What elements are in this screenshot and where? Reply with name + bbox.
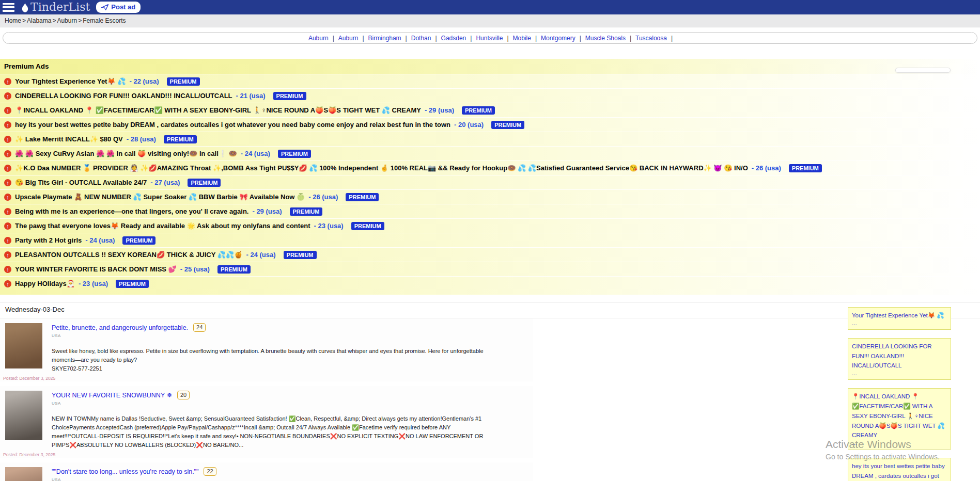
premium-ad-title: hey its your best wettes petite baby DRE… bbox=[15, 121, 450, 129]
premium-ad-row[interactable]: ↑ 🌺 🌺 Sexy CuRvy Asian 🌺 🌺 in call 🍑 vis… bbox=[0, 146, 980, 161]
site-title: TinderList bbox=[30, 2, 90, 13]
city-separator: | bbox=[435, 35, 437, 42]
city-link[interactable]: Huntsville bbox=[476, 35, 503, 42]
listing-title-link[interactable]: ""Don't stare too long... unless you're … bbox=[52, 468, 198, 475]
premium-ad-row[interactable]: ↑ Being with me is an experience—one tha… bbox=[0, 204, 980, 218]
sidebar-ad-title: CINDERELLA LOOKING FOR FUN!!! OAKLAND!!!… bbox=[852, 343, 932, 369]
listing-title-link[interactable]: Petite, brunette, and dangerously unforg… bbox=[52, 324, 188, 331]
premium-ad-row[interactable]: ↑ 📍INCALL OAKLAND 📍 ✅FACETIME/CAR✅ WITH … bbox=[0, 103, 980, 117]
top-bar: TinderList Post ad bbox=[0, 0, 980, 14]
city-separator: | bbox=[362, 35, 364, 42]
listing-thumbnail[interactable] bbox=[5, 391, 42, 440]
up-arrow-circle-icon: ↑ bbox=[4, 208, 11, 215]
site-logo[interactable]: TinderList bbox=[21, 2, 90, 13]
premium-ad-row[interactable]: ↑ hey its your best wettes petite baby D… bbox=[0, 117, 980, 132]
premium-ad-title: Your Tightest Experience Yet🦊 💦 bbox=[15, 77, 126, 85]
city-link[interactable]: Auburn bbox=[338, 35, 359, 42]
breadcrumb-separator: > bbox=[22, 17, 26, 24]
sidebar-ad-box[interactable]: hey its your best wettes petite baby DRE… bbox=[848, 458, 951, 481]
up-arrow-circle-icon: ↑ bbox=[4, 165, 11, 172]
premium-ad-age: - 29 (usa) bbox=[425, 106, 454, 114]
premium-ad-title: Party with 2 Hot girls bbox=[15, 236, 82, 244]
sidebar-ad-box[interactable]: 📍INCALL OAKLAND 📍 ✅FACETIME/CAR✅ WITH A … bbox=[848, 388, 951, 450]
city-separator: | bbox=[630, 35, 631, 42]
premium-badge: PREMIUM bbox=[116, 280, 149, 288]
listing-title-link[interactable]: YOUR NEW FAVORITE SNOWBUNNY ❄ bbox=[52, 391, 172, 399]
premium-ad-title: CINDERELLA LOOKING FOR FUN!!! OAKLAND!!!… bbox=[15, 92, 232, 100]
premium-ad-row[interactable]: ↑ Happy HOlidays🎅 - 23 (usa) PREMIUM bbox=[0, 276, 980, 291]
premium-ad-title: The pawg that everyone loves🦊 Ready and … bbox=[15, 222, 310, 230]
up-arrow-circle-icon: ↑ bbox=[4, 179, 11, 186]
city-separator: | bbox=[580, 35, 581, 42]
city-link[interactable]: Muscle Shoals bbox=[585, 35, 626, 42]
listing-country: USA bbox=[52, 401, 485, 406]
listing-age-badge: 20 bbox=[177, 391, 190, 399]
listing-country: USA bbox=[52, 477, 485, 481]
premium-ads-list: ↑ Your Tightest Experience Yet🦊 💦 - 22 (… bbox=[0, 74, 980, 291]
listings-section: Wednesday-03-Dec Petite, brunette, and d… bbox=[0, 302, 980, 481]
premium-ad-age: - 24 (usa) bbox=[246, 251, 275, 259]
sidebar-ad-title: 📍INCALL OAKLAND 📍 ✅FACETIME/CAR✅ WITH A … bbox=[852, 393, 945, 438]
premium-badge: PREMIUM bbox=[789, 164, 822, 172]
premium-badge: PREMIUM bbox=[284, 251, 317, 259]
city-link[interactable]: Montgomery bbox=[541, 35, 575, 42]
listing-thumbnail[interactable] bbox=[5, 323, 42, 368]
premium-ad-age: - 23 (usa) bbox=[79, 280, 108, 287]
listing-row: ""Don't stare too long... unless you're … bbox=[0, 462, 533, 481]
city-separator: | bbox=[535, 35, 537, 42]
premium-badge: PREMIUM bbox=[462, 106, 495, 115]
breadcrumb-item[interactable]: Alabama bbox=[27, 17, 51, 24]
listing-age-badge: 24 bbox=[193, 323, 206, 332]
breadcrumb-item[interactable]: Female Escorts bbox=[83, 17, 126, 24]
premium-ad-age: - 21 (usa) bbox=[236, 92, 266, 100]
premium-ad-age: - 20 (usa) bbox=[454, 121, 484, 129]
listing-description: NEW IN TOWNMy name is Dallas !Seductive,… bbox=[52, 414, 485, 450]
up-arrow-circle-icon: ↑ bbox=[4, 222, 11, 230]
city-link[interactable]: Dothan bbox=[411, 35, 431, 42]
city-separator: | bbox=[333, 35, 334, 42]
up-arrow-circle-icon: ↑ bbox=[4, 251, 11, 259]
city-link[interactable]: Auburn bbox=[308, 35, 329, 42]
city-separator: | bbox=[406, 35, 407, 42]
premium-badge: PREMIUM bbox=[346, 193, 379, 201]
sidebar-ad-box[interactable]: CINDERELLA LOOKING FOR FUN!!! OAKLAND!!!… bbox=[848, 338, 951, 380]
premium-ad-title: PLEASANTON OUTCALLS !! SEXY KOREAN💋 THIC… bbox=[15, 251, 242, 259]
city-link[interactable]: Mobile bbox=[513, 35, 531, 42]
city-link[interactable]: Tuscaloosa bbox=[635, 35, 667, 42]
city-links-box: Auburn| Auburn| Birmingham| Dothan| Gads… bbox=[3, 32, 977, 44]
premium-ad-row[interactable]: ↑ CINDERELLA LOOKING FOR FUN!!! OAKLAND!… bbox=[0, 88, 980, 103]
premium-ad-row[interactable]: ↑ Party with 2 Hot girls - 24 (usa) PREM… bbox=[0, 233, 980, 247]
premium-badge: PREMIUM bbox=[273, 92, 306, 100]
premium-ad-row[interactable]: ↑ The pawg that everyone loves🦊 Ready an… bbox=[0, 218, 980, 233]
premium-ads-heading: Premium Ads bbox=[0, 59, 980, 74]
premium-ad-title: 🌺 🌺 Sexy CuRvy Asian 🌺 🌺 in call 🍑 visit… bbox=[15, 150, 237, 157]
premium-badge: PREMIUM bbox=[164, 135, 197, 143]
breadcrumb-item[interactable]: Auburn bbox=[57, 17, 77, 24]
premium-ad-row[interactable]: ↑ PLEASANTON OUTCALLS !! SEXY KOREAN💋 TH… bbox=[0, 247, 980, 262]
premium-ad-row[interactable]: ↑ ✨ Lake Merritt INCALL✨ $80 QV - 28 (us… bbox=[0, 132, 980, 146]
city-link[interactable]: Gadsden bbox=[441, 35, 466, 42]
listing-row: Petite, brunette, and dangerously unforg… bbox=[0, 318, 533, 381]
premium-ad-age: - 23 (usa) bbox=[314, 222, 344, 230]
premium-ad-row[interactable]: ↑ YOUR WINTER FAVORITE IS BACK DONT MISS… bbox=[0, 262, 980, 276]
city-link[interactable]: Birmingham bbox=[368, 35, 401, 42]
post-ad-button[interactable]: Post ad bbox=[96, 2, 141, 13]
premium-ad-title: YOUR WINTER FAVORITE IS BACK DONT MISS 💕 bbox=[15, 265, 177, 273]
up-arrow-circle-icon: ↑ bbox=[4, 136, 11, 143]
hamburger-menu-icon[interactable] bbox=[3, 3, 14, 12]
premium-ad-age: - 24 (usa) bbox=[85, 236, 115, 244]
premium-badge: PREMIUM bbox=[351, 222, 384, 230]
premium-ad-row[interactable]: ↑ 😘 Big Tits Girl - OUTCALL Available 24… bbox=[0, 175, 980, 189]
up-arrow-circle-icon: ↑ bbox=[4, 237, 11, 244]
premium-ad-row[interactable]: ↑ Upscale Playmate 🧸 NEW NUMBER 💦 Super … bbox=[0, 189, 980, 204]
sidebar-ad-box[interactable]: Your Tightest Experience Yet🦊 💦 ... bbox=[848, 307, 951, 330]
breadcrumb-item[interactable]: Home bbox=[5, 17, 21, 24]
listing-thumbnail[interactable] bbox=[5, 467, 42, 481]
premium-ad-row[interactable]: ↑ Your Tightest Experience Yet🦊 💦 - 22 (… bbox=[0, 74, 980, 88]
up-arrow-circle-icon: ↑ bbox=[4, 107, 11, 114]
breadcrumb: Home> Alabama> Auburn> Female Escorts> bbox=[0, 14, 980, 27]
premium-ad-title: ✨ Lake Merritt INCALL✨ $80 QV bbox=[15, 135, 123, 143]
sidebar-ad-ellipsis: ... bbox=[852, 440, 947, 447]
premium-ad-row[interactable]: ↑ ✨K.O Daa NUMBER 🏅 PROVIDER 👰 ✨💋AMAZING… bbox=[0, 161, 980, 175]
premium-ad-title: 😘 Big Tits Girl - OUTCALL Available 24/7 bbox=[15, 179, 147, 186]
